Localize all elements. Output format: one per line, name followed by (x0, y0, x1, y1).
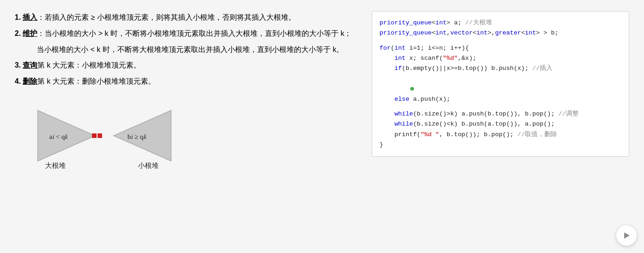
item-1: 1.插入：若插入的元素 ≥ 小根堆堆顶元素，则将其插入小根堆，否则将其插入大根堆… (15, 11, 361, 24)
svg-text:小根堆: 小根堆 (138, 161, 159, 169)
item-2-num: 2. (15, 29, 21, 37)
code-line-6: else a.push(x); (380, 94, 621, 104)
code-kw-else: else (394, 96, 409, 103)
item-4-text: 删除小根堆堆顶元素。 (82, 77, 155, 85)
code-kw-int-x: int (394, 55, 405, 62)
code-line-9: printf("%d ", b.top()); b.pop(); //取值，删除 (380, 130, 621, 140)
code-line-2: priority_queue<int,vector<int>,greater<i… (380, 28, 621, 38)
item-2-colon: ： (37, 29, 45, 37)
heap-diagram: a𝑖 < q𝑘 b𝑖 ≥ q𝑘 大根堆 小根堆 (24, 97, 180, 170)
code-line-3: for(int i=1; i<=n; i++){ (380, 43, 621, 53)
green-dot (410, 87, 414, 91)
code-type-int2: int (436, 29, 447, 36)
svg-text:a𝑖 < q𝑘: a𝑖 < q𝑘 (49, 133, 68, 140)
code-line-7: while(b.size()>k) a.push(b.top()), b.pop… (380, 109, 621, 119)
code-comment-4: //取值，删除 (518, 131, 557, 138)
item-4-num: 4. (15, 77, 21, 85)
code-box: priority_queue<int> a; //大根堆 priority_qu… (372, 11, 629, 157)
code-blank-1 (380, 39, 621, 43)
code-kw-vector: vector (450, 29, 473, 36)
code-kw-pq2: priority_queue (380, 29, 431, 36)
code-kw-for: for (380, 45, 391, 52)
item-2-indent-text: 当小根堆的大小 < k 时，不断将大根堆堆顶元素取出并插入小根堆，直到小根堆的大… (37, 46, 344, 53)
item-2-indent: 当小根堆的大小 < k 时，不断将大根堆堆顶元素取出并插入小根堆，直到小根堆的大… (37, 43, 361, 57)
svg-rect-3 (92, 133, 97, 138)
code-kw-int-for: int (394, 45, 405, 52)
code-kw-pq1: priority_queue (380, 19, 431, 26)
item-3-extra: 第 k 大元素： (37, 61, 82, 69)
item-1-colon: ： (37, 13, 45, 21)
code-kw-while2: while (394, 121, 413, 127)
item-1-label: 插入 (23, 13, 37, 21)
item-4: 4.删除第 k 大元素：删除小根堆堆顶元素。 (15, 75, 361, 88)
right-panel: priority_queue<int> a; //大根堆 priority_qu… (372, 11, 629, 246)
left-panel: 1.插入：若插入的元素 ≥ 小根堆堆顶元素，则将其插入小根堆，否则将其插入大根堆… (15, 11, 361, 246)
code-type-int4: int (525, 29, 536, 36)
code-kw-greater: greater (495, 29, 521, 36)
play-button[interactable] (616, 225, 637, 246)
code-line-4: int x; scanf("%d",&x); (380, 53, 621, 63)
svg-text:大根堆: 大根堆 (45, 161, 66, 169)
code-line-1: priority_queue<int> a; //大根堆 (380, 18, 621, 28)
code-comment-2: //插入 (532, 65, 552, 72)
main-content: 1.插入：若插入的元素 ≥ 小根堆堆顶元素，则将其插入小根堆，否则将其插入大根堆… (0, 0, 644, 253)
code-line-10: } (380, 140, 621, 150)
item-2: 2.维护：当小根堆的大小 > k 时，不断将小根堆堆顶元素取出并插入大根堆，直到… (15, 27, 361, 40)
item-3-text: 小根堆堆顶元素。 (82, 61, 141, 69)
svg-rect-4 (98, 133, 102, 138)
item-3: 3.查询第 k 大元素：小根堆堆顶元素。 (15, 59, 361, 72)
diagram-area: a𝑖 < q𝑘 b𝑖 ≥ q𝑘 大根堆 小根堆 (15, 97, 361, 170)
item-2-text: 当小根堆的大小 > k 时，不断将小根堆堆顶元素取出并插入大根堆，直到小根堆的大… (45, 29, 351, 37)
code-kw-if: if (394, 65, 402, 72)
code-blank-2 (380, 104, 621, 109)
item-2-label: 维护 (23, 29, 37, 37)
item-4-extra: 第 k 大元素： (37, 77, 82, 85)
item-4-label: 删除 (23, 77, 37, 85)
code-type-int3: int (477, 29, 488, 36)
item-1-text: 若插入的元素 ≥ 小根堆堆顶元素，则将其插入小根堆，否则将其插入大根堆。 (45, 13, 296, 21)
code-line-8: while(b.size()<k) b.push(a.top()), a.pop… (380, 119, 621, 129)
code-line-5: if(b.empty()||x>=b.top()) b.push(x); //插… (380, 63, 621, 94)
code-type-int1: int (436, 19, 447, 26)
code-comment-1: //大根堆 (465, 19, 492, 26)
item-3-num: 3. (15, 61, 21, 69)
code-kw-while1: while (394, 110, 413, 117)
code-str-fmt2: "%d " (420, 131, 439, 138)
item-3-label: 查询 (23, 61, 37, 69)
code-comment-3: //调整 (558, 110, 579, 117)
play-icon (622, 231, 631, 240)
code-str-fmt: "%d" (443, 55, 458, 62)
svg-marker-8 (624, 232, 630, 238)
svg-text:b𝑖 ≥ q𝑘: b𝑖 ≥ q𝑘 (127, 133, 147, 140)
item-1-num: 1. (15, 13, 21, 21)
